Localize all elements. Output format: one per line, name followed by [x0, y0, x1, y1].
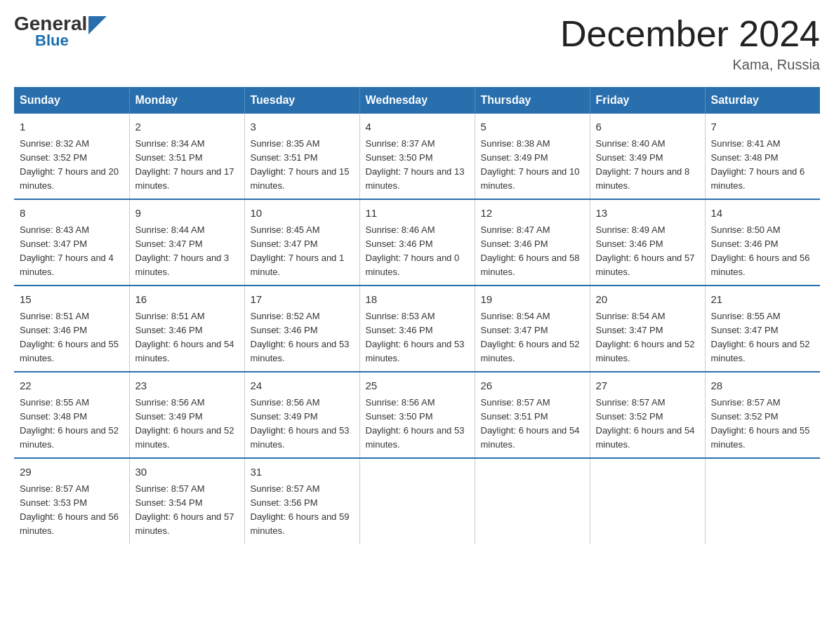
day-info: Sunrise: 8:37 AMSunset: 3:50 PMDaylight:… [366, 137, 469, 194]
day-number: 5 [481, 119, 584, 135]
calendar-week-row: 29 Sunrise: 8:57 AMSunset: 3:53 PMDaylig… [14, 458, 820, 544]
title-block: December 2024 Kama, Russia [560, 14, 820, 73]
day-info: Sunrise: 8:46 AMSunset: 3:46 PMDaylight:… [366, 223, 469, 280]
logo-blue-text: Blue [35, 32, 69, 50]
day-number: 4 [366, 119, 469, 135]
weekday-header-saturday: Saturday [705, 87, 820, 114]
calendar-cell: 26 Sunrise: 8:57 AMSunset: 3:51 PMDaylig… [475, 372, 590, 458]
day-number: 30 [135, 464, 239, 481]
weekday-header-monday: Monday [129, 87, 244, 114]
day-number: 2 [135, 119, 239, 135]
day-info: Sunrise: 8:34 AMSunset: 3:51 PMDaylight:… [135, 137, 239, 194]
day-number: 12 [481, 206, 584, 222]
day-number: 3 [251, 119, 354, 135]
day-info: Sunrise: 8:38 AMSunset: 3:49 PMDaylight:… [481, 137, 584, 194]
calendar-cell [590, 458, 705, 544]
day-number: 10 [251, 206, 354, 222]
day-info: Sunrise: 8:57 AMSunset: 3:51 PMDaylight:… [481, 396, 584, 452]
calendar-cell: 24 Sunrise: 8:56 AMSunset: 3:49 PMDaylig… [244, 372, 359, 458]
day-number: 9 [135, 206, 239, 222]
logo: General▶ Blue [14, 14, 107, 53]
day-info: Sunrise: 8:54 AMSunset: 3:47 PMDaylight:… [596, 309, 699, 366]
calendar-cell: 20 Sunrise: 8:54 AMSunset: 3:47 PMDaylig… [590, 286, 705, 372]
day-info: Sunrise: 8:55 AMSunset: 3:47 PMDaylight:… [711, 309, 815, 366]
day-number: 15 [20, 292, 124, 308]
calendar-cell: 7 Sunrise: 8:41 AMSunset: 3:48 PMDayligh… [705, 114, 820, 199]
day-number: 14 [711, 206, 815, 222]
calendar-cell: 25 Sunrise: 8:56 AMSunset: 3:50 PMDaylig… [359, 372, 475, 458]
calendar-cell: 4 Sunrise: 8:37 AMSunset: 3:50 PMDayligh… [359, 114, 475, 199]
day-info: Sunrise: 8:45 AMSunset: 3:47 PMDaylight:… [251, 223, 354, 280]
day-number: 7 [711, 119, 815, 135]
calendar-week-row: 1 Sunrise: 8:32 AMSunset: 3:52 PMDayligh… [14, 114, 820, 199]
calendar-location: Kama, Russia [560, 57, 820, 73]
day-info: Sunrise: 8:53 AMSunset: 3:46 PMDaylight:… [366, 309, 469, 366]
day-number: 27 [596, 378, 699, 394]
day-number: 20 [596, 292, 699, 308]
day-number: 28 [711, 378, 815, 394]
day-number: 17 [251, 292, 354, 308]
weekday-header-friday: Friday [590, 87, 705, 114]
day-info: Sunrise: 8:50 AMSunset: 3:46 PMDaylight:… [711, 223, 815, 280]
day-info: Sunrise: 8:57 AMSunset: 3:52 PMDaylight:… [711, 396, 815, 452]
day-number: 16 [135, 292, 239, 308]
day-number: 29 [20, 464, 124, 481]
page-header: General▶ Blue December 2024 Kama, Russia [14, 14, 820, 73]
calendar-cell: 3 Sunrise: 8:35 AMSunset: 3:51 PMDayligh… [244, 114, 359, 199]
day-info: Sunrise: 8:56 AMSunset: 3:49 PMDaylight:… [135, 396, 239, 452]
calendar-table: SundayMondayTuesdayWednesdayThursdayFrid… [14, 87, 820, 544]
calendar-cell: 1 Sunrise: 8:32 AMSunset: 3:52 PMDayligh… [14, 114, 129, 199]
day-info: Sunrise: 8:40 AMSunset: 3:49 PMDaylight:… [596, 137, 699, 194]
day-info: Sunrise: 8:51 AMSunset: 3:46 PMDaylight:… [135, 309, 239, 366]
calendar-week-row: 8 Sunrise: 8:43 AMSunset: 3:47 PMDayligh… [14, 199, 820, 286]
day-number: 25 [366, 378, 469, 394]
day-number: 22 [20, 378, 124, 394]
day-info: Sunrise: 8:51 AMSunset: 3:46 PMDaylight:… [20, 309, 124, 366]
calendar-cell [705, 458, 820, 544]
calendar-cell [475, 458, 590, 544]
calendar-cell: 16 Sunrise: 8:51 AMSunset: 3:46 PMDaylig… [129, 286, 244, 372]
calendar-cell: 17 Sunrise: 8:52 AMSunset: 3:46 PMDaylig… [244, 286, 359, 372]
calendar-cell: 10 Sunrise: 8:45 AMSunset: 3:47 PMDaylig… [244, 199, 359, 286]
day-number: 26 [481, 378, 584, 394]
calendar-cell: 21 Sunrise: 8:55 AMSunset: 3:47 PMDaylig… [705, 286, 820, 372]
day-number: 11 [366, 206, 469, 222]
calendar-cell: 2 Sunrise: 8:34 AMSunset: 3:51 PMDayligh… [129, 114, 244, 199]
day-info: Sunrise: 8:56 AMSunset: 3:49 PMDaylight:… [251, 396, 354, 452]
day-info: Sunrise: 8:35 AMSunset: 3:51 PMDaylight:… [251, 137, 354, 194]
day-info: Sunrise: 8:56 AMSunset: 3:50 PMDaylight:… [366, 396, 469, 452]
weekday-header-sunday: Sunday [14, 87, 129, 114]
calendar-week-row: 15 Sunrise: 8:51 AMSunset: 3:46 PMDaylig… [14, 286, 820, 372]
day-info: Sunrise: 8:57 AMSunset: 3:54 PMDaylight:… [135, 482, 239, 539]
day-info: Sunrise: 8:41 AMSunset: 3:48 PMDaylight:… [711, 137, 815, 194]
calendar-cell: 27 Sunrise: 8:57 AMSunset: 3:52 PMDaylig… [590, 372, 705, 458]
day-info: Sunrise: 8:32 AMSunset: 3:52 PMDaylight:… [20, 137, 124, 194]
weekday-header-tuesday: Tuesday [244, 87, 359, 114]
day-info: Sunrise: 8:47 AMSunset: 3:46 PMDaylight:… [481, 223, 584, 280]
weekday-header-row: SundayMondayTuesdayWednesdayThursdayFrid… [14, 87, 820, 114]
day-info: Sunrise: 8:44 AMSunset: 3:47 PMDaylight:… [135, 223, 239, 280]
calendar-week-row: 22 Sunrise: 8:55 AMSunset: 3:48 PMDaylig… [14, 372, 820, 458]
calendar-cell: 5 Sunrise: 8:38 AMSunset: 3:49 PMDayligh… [475, 114, 590, 199]
day-number: 1 [20, 119, 124, 135]
weekday-header-thursday: Thursday [475, 87, 590, 114]
calendar-cell: 14 Sunrise: 8:50 AMSunset: 3:46 PMDaylig… [705, 199, 820, 286]
calendar-cell: 23 Sunrise: 8:56 AMSunset: 3:49 PMDaylig… [129, 372, 244, 458]
calendar-cell: 12 Sunrise: 8:47 AMSunset: 3:46 PMDaylig… [475, 199, 590, 286]
day-info: Sunrise: 8:43 AMSunset: 3:47 PMDaylight:… [20, 223, 124, 280]
day-number: 19 [481, 292, 584, 308]
calendar-cell: 31 Sunrise: 8:57 AMSunset: 3:56 PMDaylig… [244, 458, 359, 544]
day-info: Sunrise: 8:52 AMSunset: 3:46 PMDaylight:… [251, 309, 354, 366]
day-number: 21 [711, 292, 815, 308]
day-info: Sunrise: 8:57 AMSunset: 3:52 PMDaylight:… [596, 396, 699, 452]
day-number: 24 [251, 378, 354, 394]
day-info: Sunrise: 8:57 AMSunset: 3:53 PMDaylight:… [20, 482, 124, 539]
calendar-cell: 11 Sunrise: 8:46 AMSunset: 3:46 PMDaylig… [359, 199, 475, 286]
day-number: 31 [251, 464, 354, 481]
calendar-cell: 9 Sunrise: 8:44 AMSunset: 3:47 PMDayligh… [129, 199, 244, 286]
calendar-cell: 28 Sunrise: 8:57 AMSunset: 3:52 PMDaylig… [705, 372, 820, 458]
day-info: Sunrise: 8:57 AMSunset: 3:56 PMDaylight:… [251, 482, 354, 539]
day-info: Sunrise: 8:55 AMSunset: 3:48 PMDaylight:… [20, 396, 124, 452]
calendar-cell: 29 Sunrise: 8:57 AMSunset: 3:53 PMDaylig… [14, 458, 129, 544]
day-number: 18 [366, 292, 469, 308]
